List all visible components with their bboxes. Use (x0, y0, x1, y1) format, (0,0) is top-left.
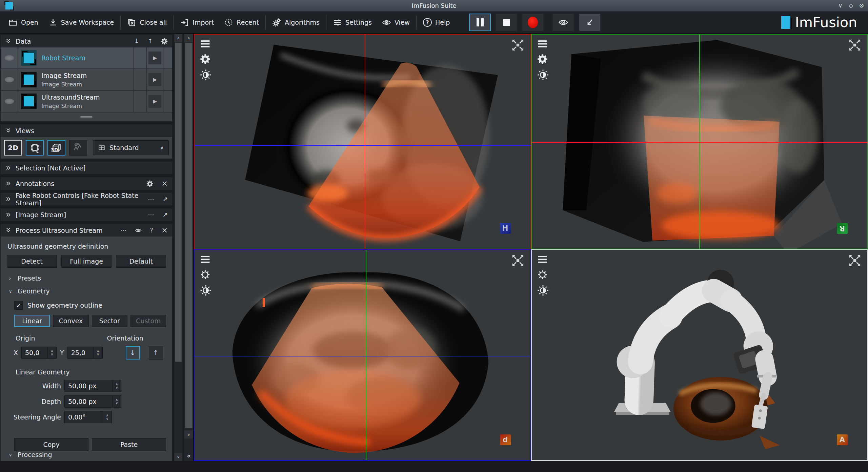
gear-outline-icon[interactable] (200, 269, 210, 280)
spinner-buttons[interactable]: ∧ ∨ (47, 347, 56, 358)
orientation-down-button[interactable]: ↓ (126, 346, 140, 360)
minimize-icon[interactable]: ∨ (838, 3, 842, 8)
convex-toggle[interactable]: Convex (53, 315, 88, 327)
algorithms-button[interactable]: Algorithms (267, 12, 325, 33)
data-panel-resize-area[interactable] (1, 112, 172, 121)
gear-icon[interactable] (161, 38, 168, 45)
popout-icon[interactable]: ↗ (162, 196, 168, 202)
play-stream-button[interactable]: ▶ (148, 73, 161, 86)
gear-icon[interactable] (537, 54, 548, 64)
close-icon[interactable]: × (161, 180, 168, 187)
viewport-sagittal[interactable]: H (194, 34, 531, 249)
play-stream-button[interactable]: ▶ (148, 52, 161, 64)
viewport-3d[interactable]: A (531, 249, 868, 461)
open-button[interactable]: Open (3, 12, 43, 33)
visibility-toggle-button[interactable] (552, 14, 574, 31)
views-panel-header[interactable]: Views (1, 124, 172, 137)
image-stream-panel-header[interactable]: [Image Stream] ⋯ ↗ (1, 208, 172, 221)
spinner-buttons[interactable]: ∧ ∨ (112, 396, 121, 407)
show-geometry-outline-checkbox[interactable]: ✓ Show geometry outline (14, 301, 166, 310)
view-3d-button[interactable]: 3D (47, 140, 65, 156)
popout-icon[interactable]: ↗ (162, 211, 168, 218)
data-panel-header[interactable]: Data ↓ ↑ (1, 35, 172, 47)
brightness-contrast-icon[interactable] (200, 69, 211, 81)
default-button[interactable]: Default (116, 255, 166, 268)
visibility-eye-icon[interactable] (5, 77, 14, 82)
spinner-buttons[interactable]: ∧ ∨ (94, 347, 102, 358)
presets-section-toggle[interactable]: › Presets (9, 274, 166, 282)
visibility-eye-icon[interactable] (5, 99, 14, 104)
expand-viewport-icon[interactable] (511, 253, 525, 268)
view-slices-button[interactable] (26, 140, 44, 156)
viewport-menu-icon[interactable] (200, 39, 210, 49)
pause-button[interactable] (469, 14, 491, 31)
process-panel-header[interactable]: Process Ultrasound Stream ⋯ ? × (1, 224, 172, 237)
brightness-contrast-icon[interactable] (537, 285, 549, 296)
brightness-contrast-icon[interactable] (200, 285, 211, 296)
origin-y-spinbox[interactable]: 25,0 ∧ ∨ (67, 347, 103, 359)
linear-toggle[interactable]: Linear (14, 315, 50, 327)
collapse-sidebar-button[interactable]: « (184, 451, 193, 461)
import-button[interactable]: Import (175, 12, 219, 33)
viewport-menu-icon[interactable] (537, 254, 548, 265)
maximize-icon[interactable]: ◇ (849, 3, 853, 8)
data-row-ultrasound-stream[interactable]: UltrasoundStream Image Stream ▶ (1, 91, 172, 112)
stop-button[interactable] (496, 14, 517, 31)
selection-panel-header[interactable]: Selection [Not Active] (1, 162, 172, 174)
visibility-eye-icon[interactable] (5, 55, 14, 61)
close-window-icon[interactable]: ⊗ (859, 3, 864, 8)
expand-viewport-icon[interactable] (848, 38, 862, 52)
gear-icon[interactable] (146, 180, 153, 187)
view-2d-button[interactable]: 2D (4, 140, 22, 156)
scroll-up-button[interactable]: ∧ (174, 34, 182, 42)
viewport-axial[interactable]: d (194, 249, 531, 461)
viewport-menu-icon[interactable] (537, 39, 548, 49)
geometry-section-toggle[interactable]: ∨ Geometry (9, 287, 166, 295)
view-button[interactable]: View (377, 12, 415, 33)
custom-toggle[interactable]: Custom (130, 315, 166, 327)
move-up-icon[interactable]: ↑ (147, 38, 153, 44)
more-options-icon[interactable]: ⋯ (148, 196, 154, 202)
scroll-up-button[interactable]: ∧ (184, 34, 193, 42)
data-row-robot-stream[interactable]: Robot Stream ▶ (1, 47, 172, 69)
gear-outline-icon[interactable] (537, 269, 548, 280)
scroll-down-button[interactable]: ∨ (174, 453, 182, 461)
paste-button[interactable]: Paste (92, 438, 166, 451)
steering-angle-spinbox[interactable]: 0,00° ∧ ∨ (64, 411, 112, 423)
orientation-up-button[interactable]: ↑ (149, 346, 163, 360)
record-button[interactable] (522, 14, 544, 31)
depth-spinbox[interactable]: 50,00 px ∧ ∨ (64, 395, 121, 408)
processing-section-toggle[interactable]: ∨ Processing (9, 451, 166, 458)
help-icon[interactable]: ? (150, 227, 153, 233)
move-down-icon[interactable]: ↓ (134, 38, 139, 44)
sector-toggle[interactable]: Sector (92, 315, 127, 327)
scrollbar-thumb[interactable] (175, 43, 182, 362)
view-signal-button[interactable] (69, 140, 87, 156)
detect-button[interactable]: Detect (7, 255, 57, 268)
more-options-icon[interactable]: ⋯ (120, 227, 127, 233)
scrollbar-thumb[interactable] (185, 43, 193, 428)
fake-robot-panel-header[interactable]: Fake Robot Controls [Fake Robot State St… (1, 193, 172, 205)
pointer-tool-button[interactable] (579, 14, 601, 31)
recent-button[interactable]: Recent (219, 12, 264, 33)
scroll-down-button[interactable]: ∨ (184, 430, 193, 438)
eye-icon[interactable] (135, 227, 142, 234)
copy-button[interactable]: Copy (14, 438, 88, 451)
expand-viewport-icon[interactable] (511, 38, 525, 52)
data-row-image-stream[interactable]: Image Stream Image Stream ▶ (1, 69, 172, 91)
settings-button[interactable]: Settings (328, 12, 377, 33)
annotations-panel-header[interactable]: Annotations × (1, 177, 172, 190)
more-options-icon[interactable]: ⋯ (148, 211, 154, 218)
layout-preset-dropdown[interactable]: Standard ∨ (93, 140, 169, 155)
close-icon[interactable]: × (161, 226, 168, 234)
origin-x-spinbox[interactable]: 50,0 ∧ ∨ (21, 347, 57, 359)
play-stream-button[interactable]: ▶ (148, 95, 161, 108)
close-all-button[interactable]: Close all (122, 12, 172, 33)
viewport-coronal[interactable]: R (531, 34, 868, 249)
spinner-buttons[interactable]: ∧ ∨ (112, 380, 121, 392)
resize-handle[interactable] (80, 116, 93, 118)
help-button[interactable]: ?Help (418, 12, 455, 33)
spinner-buttons[interactable]: ∧ ∨ (103, 411, 112, 423)
viewport-menu-icon[interactable] (200, 254, 210, 265)
expand-viewport-icon[interactable] (848, 253, 862, 268)
